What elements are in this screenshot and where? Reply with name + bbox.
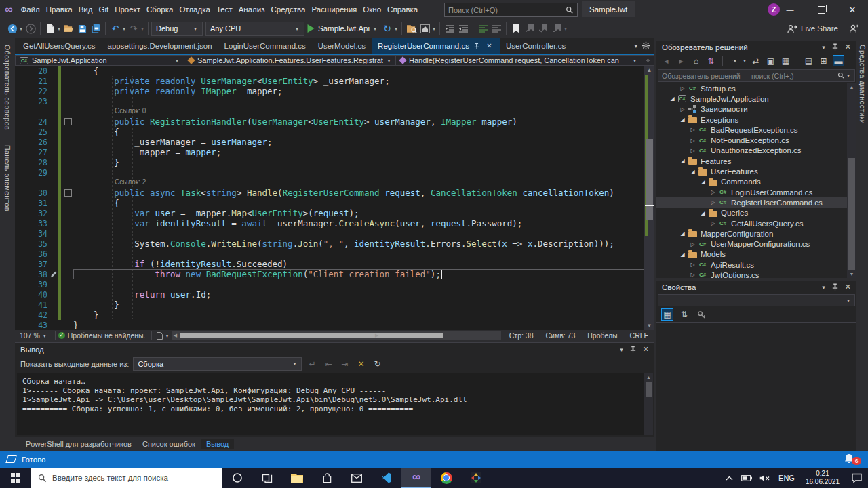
code-line[interactable]: 38 throw new BadRequestException("Client… [15, 269, 654, 279]
code-text[interactable] [73, 228, 654, 239]
code-text[interactable]: System.Console.WriteLine(string.Join(", … [73, 239, 654, 249]
menu-item[interactable]: Git [96, 1, 112, 18]
open-file-button[interactable] [62, 22, 75, 35]
tree-item[interactable]: ◢MapperConfiguration [656, 228, 847, 239]
redo-button[interactable]: ↷ [127, 22, 140, 35]
tree-item[interactable]: ▷C#NotFoundException.cs [656, 135, 847, 145]
quick-search-input[interactable]: Поиск (Ctrl+Q) [444, 3, 578, 17]
tree-item[interactable]: ▷C#JwtOptions.cs [656, 270, 847, 278]
close-icon[interactable]: ✕ [845, 43, 851, 52]
tree-item[interactable]: ◢Models [656, 249, 847, 260]
code-text[interactable]: public RegistrationHandler(UserManager<U… [73, 117, 654, 127]
output-scrollbar[interactable]: ▲ [644, 373, 653, 435]
sync-with-active-document-icon[interactable]: ⇄ [750, 55, 762, 66]
scroll-right-icon[interactable]: ▶ [374, 331, 380, 340]
chevron-down-icon[interactable]: ▾ [431, 26, 437, 32]
code-line[interactable]: 24− public RegistrationHandler(UserManag… [15, 117, 654, 127]
code-line[interactable]: 43} [15, 320, 654, 330]
switch-views-icon[interactable]: ⇅ [705, 55, 717, 66]
properties-object-dropdown[interactable]: ▾ [658, 294, 855, 306]
tree-item[interactable]: ◢Features [656, 156, 847, 166]
pin-icon[interactable] [831, 43, 839, 51]
categorized-view-icon[interactable]: ▦ [661, 308, 673, 321]
type-dropdown[interactable]: SampleJwt.Application.Features.UserFeatu… [184, 55, 396, 66]
menu-item[interactable]: Проект [112, 1, 144, 18]
health-message[interactable]: Проблемы не найдены. [68, 331, 146, 340]
menu-item[interactable]: Отладка [176, 1, 213, 18]
tree-chevron-icon[interactable]: ◢ [698, 179, 707, 185]
tree-chevron-icon[interactable]: ▷ [709, 220, 717, 226]
pending-changes-filter-icon[interactable]: ◔ [728, 55, 740, 66]
chevron-down-icon[interactable]: ▾ [393, 26, 399, 32]
editor-vertical-scrollbar[interactable]: ▲ ▼ [644, 66, 654, 330]
back-icon[interactable]: ◂ [660, 55, 672, 66]
taskbar-search-input[interactable]: Введите здесь текст для поиска [31, 468, 222, 488]
line-ending-indicator[interactable]: CRLF [624, 331, 654, 340]
tree-item[interactable]: ◢Exceptions [656, 115, 847, 125]
scroll-up-icon[interactable]: ▲ [644, 373, 653, 381]
code-line[interactable]: 34 [15, 228, 654, 239]
forward-icon[interactable]: ▸ [675, 55, 687, 66]
property-pages-icon[interactable] [695, 308, 707, 321]
chrome-button[interactable] [431, 468, 461, 488]
comment-button[interactable] [477, 22, 489, 35]
split-editor-button[interactable] [642, 55, 654, 66]
side-tab[interactable]: Панель элементов [3, 141, 12, 216]
editor-horizontal-scrollbar[interactable]: ◀ ▶ [172, 331, 501, 340]
next-bookmark-button[interactable] [537, 22, 549, 35]
home-icon[interactable]: ⌂ [690, 55, 702, 66]
panel-tab[interactable]: Вывод [201, 439, 234, 449]
tree-chevron-icon[interactable]: ▷ [678, 106, 687, 113]
close-icon[interactable]: ✕ [485, 41, 494, 50]
code-line[interactable]: 35 System.Console.WriteLine(string.Join(… [15, 239, 654, 249]
chevron-down-icon[interactable]: ▾ [742, 58, 747, 64]
refresh-button[interactable]: ↻ [381, 22, 393, 35]
window-menu-icon[interactable]: ▾ [822, 284, 825, 291]
tree-item[interactable]: ▷C#BadRequestException.cs [656, 125, 847, 135]
volume-muted-icon[interactable] [755, 474, 773, 482]
increase-indent-button[interactable] [457, 22, 469, 35]
start-button[interactable] [0, 468, 31, 488]
code-line[interactable]: 29 [15, 167, 654, 178]
previous-message-icon[interactable]: ⇤ [323, 359, 334, 369]
tree-chevron-icon[interactable]: ◢ [668, 96, 677, 102]
scrollbar-thumb[interactable] [848, 158, 855, 270]
collapse-region-icon[interactable]: − [64, 189, 72, 197]
platform-dropdown[interactable]: Any CPU▾ [205, 22, 304, 36]
code-text[interactable]: throw new BadRequestException("Client cr… [73, 269, 654, 279]
microsoft-store-button[interactable] [312, 468, 342, 488]
solution-scope-button[interactable] [419, 22, 431, 35]
tree-chevron-icon[interactable]: ◢ [698, 210, 707, 216]
menu-item[interactable]: Правка [43, 1, 75, 18]
side-tab[interactable]: Средства диагностики [859, 41, 867, 128]
code-line[interactable]: 25 { [15, 127, 654, 137]
code-text[interactable]: var user = _mapper.Map<UserEntity>(reque… [73, 208, 654, 218]
tree-item[interactable]: ◢Queries [656, 208, 847, 218]
tree-item[interactable]: ▷C#UnauthorizedException.cs [656, 146, 847, 156]
menu-item[interactable]: Тест [213, 1, 235, 18]
output-source-dropdown[interactable]: Сборка ▾ [133, 357, 302, 371]
scroll-up-icon[interactable]: ▲ [644, 66, 654, 75]
task-view-button[interactable] [252, 468, 282, 488]
code-line[interactable]: 33 var identityResult = await _userManag… [15, 218, 654, 228]
cortana-button[interactable] [222, 468, 252, 488]
code-text[interactable]: } [73, 310, 654, 320]
battery-icon[interactable] [738, 475, 755, 481]
menu-item[interactable]: Анализ [235, 1, 268, 18]
previous-bookmark-button[interactable] [524, 22, 536, 35]
code-text[interactable]: } [73, 320, 654, 330]
tree-scrollbar[interactable]: ▲ ▼ [847, 83, 856, 278]
code-text[interactable]: private readonly IMapper _mapper; [73, 86, 654, 96]
scroll-left-icon[interactable]: ◀ [172, 331, 179, 340]
code-text[interactable] [73, 167, 654, 178]
scrollbar-thumb[interactable] [646, 382, 652, 396]
code-text[interactable]: { [73, 66, 654, 76]
tree-chevron-icon[interactable]: ▷ [688, 262, 697, 268]
zoom-dropdown[interactable]: 107 % ▾ [15, 331, 52, 340]
save-button[interactable] [76, 22, 88, 35]
menu-item[interactable]: Расширения [309, 1, 360, 18]
panel-tab[interactable]: Список ошибок [137, 439, 201, 449]
code-line[interactable]: 42 } [15, 310, 654, 320]
window-menu-icon[interactable]: ▾ [620, 346, 623, 353]
menu-item[interactable]: Средства [268, 1, 309, 18]
